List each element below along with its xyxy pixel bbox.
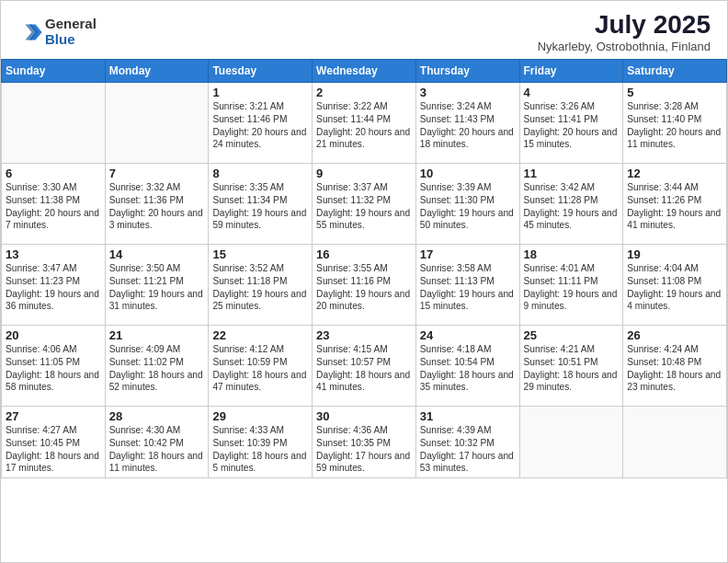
day-number: 17	[420, 247, 516, 261]
day-number: 19	[627, 247, 722, 261]
day-info: Sunrise: 3:32 AM Sunset: 11:36 PM Daylig…	[109, 181, 205, 232]
day-number: 25	[524, 328, 620, 342]
day-cell: 27Sunrise: 4:27 AM Sunset: 10:45 PM Dayl…	[2, 407, 106, 478]
day-info: Sunrise: 4:06 AM Sunset: 11:05 PM Daylig…	[6, 343, 101, 394]
day-info: Sunrise: 3:24 AM Sunset: 11:43 PM Daylig…	[420, 100, 516, 151]
day-number: 1	[212, 86, 308, 99]
day-info: Sunrise: 3:55 AM Sunset: 11:16 PM Daylig…	[316, 262, 412, 313]
day-cell: 21Sunrise: 4:09 AM Sunset: 11:02 PM Dayl…	[105, 326, 209, 407]
day-number: 11	[524, 167, 620, 180]
logo-text: General Blue	[45, 17, 97, 47]
day-info: Sunrise: 4:18 AM Sunset: 10:54 PM Daylig…	[420, 343, 516, 394]
day-info: Sunrise: 4:09 AM Sunset: 11:02 PM Daylig…	[109, 343, 205, 394]
day-cell: 28Sunrise: 4:30 AM Sunset: 10:42 PM Dayl…	[105, 407, 209, 478]
day-info: Sunrise: 3:52 AM Sunset: 11:18 PM Daylig…	[212, 262, 308, 313]
day-number: 30	[316, 409, 412, 423]
day-info: Sunrise: 4:24 AM Sunset: 10:48 PM Daylig…	[627, 343, 722, 394]
day-info: Sunrise: 4:21 AM Sunset: 10:51 PM Daylig…	[524, 343, 620, 394]
day-info: Sunrise: 4:15 AM Sunset: 10:57 PM Daylig…	[316, 343, 412, 394]
day-cell: 1Sunrise: 3:21 AM Sunset: 11:46 PM Dayli…	[209, 83, 313, 164]
logo: General Blue	[17, 17, 97, 47]
day-number: 12	[627, 167, 722, 180]
day-cell: 20Sunrise: 4:06 AM Sunset: 11:05 PM Dayl…	[2, 326, 106, 407]
day-cell: 10Sunrise: 3:39 AM Sunset: 11:30 PM Dayl…	[415, 164, 519, 245]
day-info: Sunrise: 4:33 AM Sunset: 10:39 PM Daylig…	[212, 424, 308, 475]
day-cell	[623, 407, 727, 478]
calendar-table: Sunday Monday Tuesday Wednesday Thursday…	[1, 59, 727, 478]
day-cell: 25Sunrise: 4:21 AM Sunset: 10:51 PM Dayl…	[519, 326, 623, 407]
day-number: 16	[316, 247, 412, 261]
col-wednesday: Wednesday	[313, 60, 416, 83]
day-cell: 13Sunrise: 3:47 AM Sunset: 11:23 PM Dayl…	[2, 245, 106, 326]
day-cell: 14Sunrise: 3:50 AM Sunset: 11:21 PM Dayl…	[105, 245, 209, 326]
location-subtitle: Nykarleby, Ostrobothnia, Finland	[538, 40, 711, 53]
day-number: 18	[524, 247, 620, 261]
day-cell: 15Sunrise: 3:52 AM Sunset: 11:18 PM Dayl…	[209, 245, 313, 326]
day-info: Sunrise: 3:28 AM Sunset: 11:40 PM Daylig…	[627, 100, 722, 151]
day-info: Sunrise: 3:42 AM Sunset: 11:28 PM Daylig…	[524, 181, 620, 232]
logo-blue-text: Blue	[45, 32, 97, 48]
logo-general-text: General	[45, 17, 97, 32]
day-info: Sunrise: 4:12 AM Sunset: 10:59 PM Daylig…	[212, 343, 308, 394]
day-cell: 8Sunrise: 3:35 AM Sunset: 11:34 PM Dayli…	[209, 164, 313, 245]
day-info: Sunrise: 3:58 AM Sunset: 11:13 PM Daylig…	[420, 262, 516, 313]
day-cell: 22Sunrise: 4:12 AM Sunset: 10:59 PM Dayl…	[209, 326, 313, 407]
day-number: 15	[212, 247, 308, 261]
week-row-2: 6Sunrise: 3:30 AM Sunset: 11:38 PM Dayli…	[2, 164, 727, 245]
col-friday: Friday	[519, 60, 623, 83]
month-title: July 2025	[538, 10, 711, 40]
day-number: 10	[420, 167, 516, 180]
day-cell: 2Sunrise: 3:22 AM Sunset: 11:44 PM Dayli…	[313, 83, 416, 164]
day-info: Sunrise: 3:37 AM Sunset: 11:32 PM Daylig…	[316, 181, 412, 232]
day-info: Sunrise: 4:39 AM Sunset: 10:32 PM Daylig…	[420, 424, 516, 475]
day-cell: 12Sunrise: 3:44 AM Sunset: 11:26 PM Dayl…	[623, 164, 727, 245]
header-row: Sunday Monday Tuesday Wednesday Thursday…	[2, 60, 727, 83]
header: General Blue July 2025 Nykarleby, Ostrob…	[1, 1, 727, 59]
day-cell: 5Sunrise: 3:28 AM Sunset: 11:40 PM Dayli…	[623, 83, 727, 164]
day-cell: 24Sunrise: 4:18 AM Sunset: 10:54 PM Dayl…	[415, 326, 519, 407]
day-cell: 19Sunrise: 4:04 AM Sunset: 11:08 PM Dayl…	[623, 245, 727, 326]
col-sunday: Sunday	[2, 60, 106, 83]
day-number: 7	[109, 167, 205, 180]
day-cell: 26Sunrise: 4:24 AM Sunset: 10:48 PM Dayl…	[623, 326, 727, 407]
day-number: 8	[212, 167, 308, 180]
day-number: 5	[627, 86, 722, 99]
day-number: 22	[212, 328, 308, 342]
day-number: 31	[420, 409, 516, 423]
day-cell: 30Sunrise: 4:36 AM Sunset: 10:35 PM Dayl…	[313, 407, 416, 478]
day-cell: 29Sunrise: 4:33 AM Sunset: 10:39 PM Dayl…	[209, 407, 313, 478]
day-cell: 18Sunrise: 4:01 AM Sunset: 11:11 PM Dayl…	[519, 245, 623, 326]
day-info: Sunrise: 4:36 AM Sunset: 10:35 PM Daylig…	[316, 424, 412, 475]
day-number: 23	[316, 328, 412, 342]
day-number: 2	[316, 86, 412, 99]
day-cell	[105, 83, 209, 164]
day-info: Sunrise: 3:47 AM Sunset: 11:23 PM Daylig…	[6, 262, 101, 313]
col-thursday: Thursday	[415, 60, 519, 83]
day-number: 9	[316, 167, 412, 180]
day-cell: 17Sunrise: 3:58 AM Sunset: 11:13 PM Dayl…	[415, 245, 519, 326]
calendar-page: General Blue July 2025 Nykarleby, Ostrob…	[0, 0, 728, 563]
day-cell: 3Sunrise: 3:24 AM Sunset: 11:43 PM Dayli…	[415, 83, 519, 164]
week-row-5: 27Sunrise: 4:27 AM Sunset: 10:45 PM Dayl…	[2, 407, 727, 478]
day-number: 21	[109, 328, 205, 342]
day-info: Sunrise: 3:39 AM Sunset: 11:30 PM Daylig…	[420, 181, 516, 232]
day-number: 13	[6, 247, 101, 261]
col-monday: Monday	[105, 60, 209, 83]
day-info: Sunrise: 3:50 AM Sunset: 11:21 PM Daylig…	[109, 262, 205, 313]
day-info: Sunrise: 3:44 AM Sunset: 11:26 PM Daylig…	[627, 181, 722, 232]
day-number: 20	[6, 328, 101, 342]
day-cell: 6Sunrise: 3:30 AM Sunset: 11:38 PM Dayli…	[2, 164, 106, 245]
day-number: 28	[109, 409, 205, 423]
week-row-3: 13Sunrise: 3:47 AM Sunset: 11:23 PM Dayl…	[2, 245, 727, 326]
title-block: July 2025 Nykarleby, Ostrobothnia, Finla…	[538, 10, 711, 53]
day-number: 27	[6, 409, 101, 423]
day-number: 4	[524, 86, 620, 99]
day-number: 6	[6, 167, 101, 180]
week-row-4: 20Sunrise: 4:06 AM Sunset: 11:05 PM Dayl…	[2, 326, 727, 407]
day-info: Sunrise: 3:26 AM Sunset: 11:41 PM Daylig…	[524, 100, 620, 151]
day-info: Sunrise: 3:35 AM Sunset: 11:34 PM Daylig…	[212, 181, 308, 232]
col-saturday: Saturday	[623, 60, 727, 83]
day-info: Sunrise: 3:21 AM Sunset: 11:46 PM Daylig…	[212, 100, 308, 151]
day-number: 24	[420, 328, 516, 342]
day-cell: 31Sunrise: 4:39 AM Sunset: 10:32 PM Dayl…	[415, 407, 519, 478]
